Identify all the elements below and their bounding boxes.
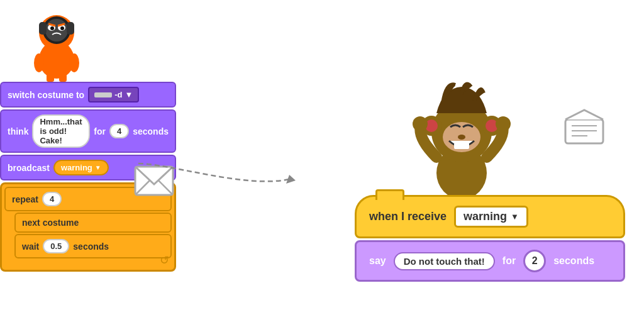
say-block: say Do not touch that! for 2 seconds xyxy=(355,240,625,282)
next-costume-block: next costume xyxy=(14,213,172,233)
svg-rect-13 xyxy=(67,22,74,35)
svg-point-29 xyxy=(413,116,428,131)
next-costume-label: next costume xyxy=(22,218,79,228)
repeat-val[interactable]: 4 xyxy=(42,192,62,206)
svg-point-10 xyxy=(34,53,44,72)
say-for: for xyxy=(502,255,516,267)
think-seconds-val[interactable]: 4 xyxy=(109,124,129,138)
receive-block: when I receive warning ▼ xyxy=(355,195,625,238)
svg-point-28 xyxy=(458,135,465,140)
character-left xyxy=(25,0,88,82)
wait-val[interactable]: 0.5 xyxy=(43,239,69,253)
svg-marker-19 xyxy=(286,175,296,184)
envelope-left-icon xyxy=(132,160,176,198)
say-seconds-val[interactable]: 2 xyxy=(523,250,546,272)
character-right xyxy=(411,75,512,201)
loop-arrow: ↺ xyxy=(160,253,169,267)
think-input[interactable]: Hmm...that is odd! Cake! xyxy=(32,114,90,148)
svg-point-3 xyxy=(45,19,68,42)
when-receive-label: when I receive xyxy=(369,210,447,223)
svg-rect-27 xyxy=(454,143,469,149)
svg-rect-12 xyxy=(39,22,47,35)
svg-rect-15 xyxy=(59,74,67,82)
think-label: think xyxy=(8,126,28,136)
wait-block: wait 0.5 seconds xyxy=(14,234,172,258)
broadcast-badge[interactable]: warning ▼ xyxy=(53,160,109,175)
think-block: think Hmm...that is odd! Cake! for 4 sec… xyxy=(0,109,176,153)
envelope-right-icon xyxy=(562,107,606,145)
wait-label: wait xyxy=(22,241,39,252)
switch-costume-block: switch costume to -d ▼ xyxy=(0,82,176,108)
costume-dropdown[interactable]: -d ▼ xyxy=(88,87,139,103)
say-label: say xyxy=(369,255,386,267)
svg-point-30 xyxy=(496,116,511,131)
think-seconds: seconds xyxy=(133,126,169,136)
repeat-label: repeat xyxy=(12,194,38,204)
svg-point-6 xyxy=(50,26,54,30)
warning-badge[interactable]: warning ▼ xyxy=(454,206,528,228)
svg-point-11 xyxy=(69,53,79,72)
say-seconds: seconds xyxy=(553,255,594,267)
switch-costume-label: switch costume to xyxy=(8,90,84,100)
svg-rect-14 xyxy=(47,74,54,82)
right-panel: when I receive warning ▼ say Do not touc… xyxy=(355,195,625,282)
say-text[interactable]: Do not touch that! xyxy=(394,252,495,270)
wait-seconds: seconds xyxy=(73,241,109,252)
think-for: for xyxy=(94,126,106,136)
broadcast-label: broadcast xyxy=(8,163,50,173)
svg-point-7 xyxy=(60,26,64,30)
